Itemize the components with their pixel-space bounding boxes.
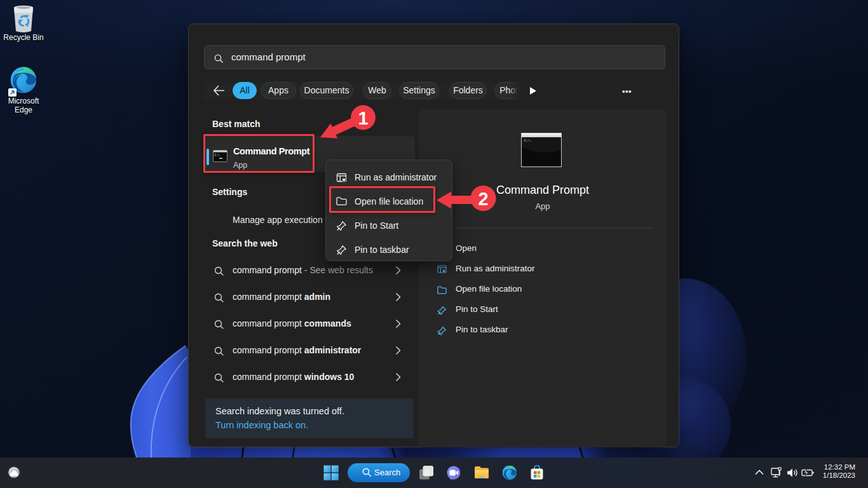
svg-text:C:\.: C:\. bbox=[524, 139, 532, 143]
